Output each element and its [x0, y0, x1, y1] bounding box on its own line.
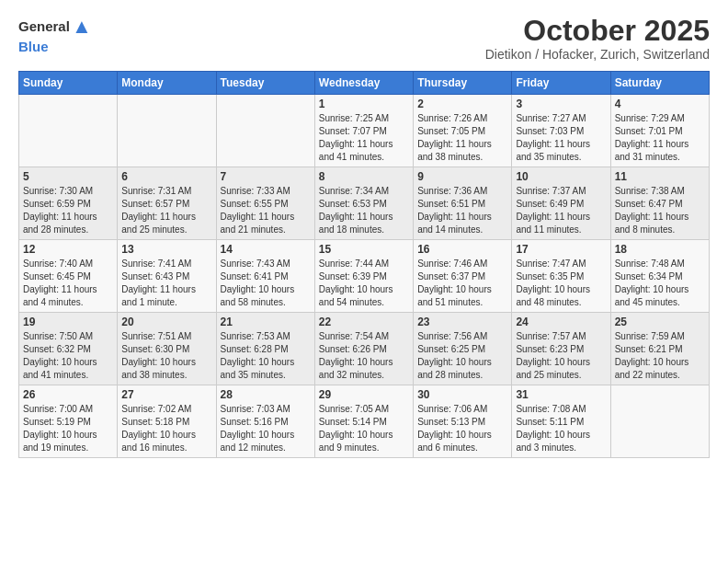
day-info: Sunrise: 7:51 AM Sunset: 6:30 PM Dayligh…: [121, 330, 211, 382]
header-row: SundayMondayTuesdayWednesdayThursdayFrid…: [19, 72, 710, 95]
day-info: Sunrise: 7:33 AM Sunset: 6:55 PM Dayligh…: [221, 185, 311, 236]
day-cell: [19, 95, 118, 167]
header: General ▲ Blue October 2025 Dietikon / H…: [18, 15, 710, 62]
day-cell: 16Sunrise: 7:46 AM Sunset: 6:37 PM Dayli…: [414, 240, 512, 313]
day-number: 8: [319, 170, 409, 183]
day-cell: 5Sunrise: 7:30 AM Sunset: 6:59 PM Daylig…: [19, 167, 118, 240]
day-info: Sunrise: 7:00 AM Sunset: 5:19 PM Dayligh…: [23, 403, 113, 454]
day-number: 16: [417, 243, 507, 256]
day-cell: 2Sunrise: 7:26 AM Sunset: 7:05 PM Daylig…: [414, 95, 512, 167]
day-info: Sunrise: 7:40 AM Sunset: 6:45 PM Dayligh…: [23, 258, 113, 309]
day-cell: 27Sunrise: 7:02 AM Sunset: 5:18 PM Dayli…: [118, 385, 216, 458]
day-number: 10: [516, 170, 606, 183]
day-number: 12: [23, 243, 113, 256]
header-cell-monday: Monday: [118, 72, 216, 95]
day-info: Sunrise: 7:29 AM Sunset: 7:01 PM Dayligh…: [615, 112, 705, 164]
day-cell: [118, 95, 216, 167]
day-cell: 17Sunrise: 7:47 AM Sunset: 6:35 PM Dayli…: [512, 240, 610, 313]
day-number: 3: [516, 98, 606, 110]
day-number: 5: [23, 170, 113, 183]
day-info: Sunrise: 7:59 AM Sunset: 6:21 PM Dayligh…: [615, 330, 705, 382]
month-title: October 2025: [485, 15, 710, 47]
day-number: 20: [121, 316, 211, 328]
day-number: 2: [417, 98, 507, 110]
day-cell: 13Sunrise: 7:41 AM Sunset: 6:43 PM Dayli…: [118, 240, 216, 313]
day-cell: 9Sunrise: 7:36 AM Sunset: 6:51 PM Daylig…: [414, 167, 512, 240]
week-row-3: 12Sunrise: 7:40 AM Sunset: 6:45 PM Dayli…: [19, 240, 710, 313]
day-cell: 4Sunrise: 7:29 AM Sunset: 7:01 PM Daylig…: [610, 95, 709, 167]
day-number: 14: [221, 243, 311, 256]
day-number: 24: [516, 316, 606, 328]
day-info: Sunrise: 7:08 AM Sunset: 5:11 PM Dayligh…: [516, 403, 606, 454]
day-cell: 24Sunrise: 7:57 AM Sunset: 6:23 PM Dayli…: [512, 313, 610, 385]
calendar-table: SundayMondayTuesdayWednesdayThursdayFrid…: [18, 71, 710, 458]
day-info: Sunrise: 7:41 AM Sunset: 6:43 PM Dayligh…: [121, 258, 211, 309]
day-number: 31: [516, 388, 606, 401]
day-number: 6: [121, 170, 211, 183]
day-cell: 25Sunrise: 7:59 AM Sunset: 6:21 PM Dayli…: [610, 313, 709, 385]
day-info: Sunrise: 7:38 AM Sunset: 6:47 PM Dayligh…: [615, 185, 705, 236]
day-info: Sunrise: 7:25 AM Sunset: 7:07 PM Dayligh…: [319, 112, 409, 164]
day-cell: 26Sunrise: 7:00 AM Sunset: 5:19 PM Dayli…: [19, 385, 118, 458]
header-cell-saturday: Saturday: [610, 72, 709, 95]
day-cell: [610, 385, 709, 458]
day-cell: 14Sunrise: 7:43 AM Sunset: 6:41 PM Dayli…: [216, 240, 314, 313]
day-number: 23: [417, 316, 507, 328]
day-info: Sunrise: 7:03 AM Sunset: 5:16 PM Dayligh…: [221, 403, 311, 454]
day-info: Sunrise: 7:02 AM Sunset: 5:18 PM Dayligh…: [121, 403, 211, 454]
day-cell: 8Sunrise: 7:34 AM Sunset: 6:53 PM Daylig…: [314, 167, 413, 240]
day-info: Sunrise: 7:36 AM Sunset: 6:51 PM Dayligh…: [417, 185, 507, 236]
day-cell: 15Sunrise: 7:44 AM Sunset: 6:39 PM Dayli…: [314, 240, 413, 313]
week-row-5: 26Sunrise: 7:00 AM Sunset: 5:19 PM Dayli…: [19, 385, 710, 458]
day-cell: 23Sunrise: 7:56 AM Sunset: 6:25 PM Dayli…: [414, 313, 512, 385]
subtitle: Dietikon / Hofacker, Zurich, Switzerland: [485, 47, 710, 62]
week-row-4: 19Sunrise: 7:50 AM Sunset: 6:32 PM Dayli…: [19, 313, 710, 385]
day-info: Sunrise: 7:06 AM Sunset: 5:13 PM Dayligh…: [417, 403, 507, 454]
day-cell: 20Sunrise: 7:51 AM Sunset: 6:30 PM Dayli…: [118, 313, 216, 385]
header-cell-friday: Friday: [512, 72, 610, 95]
day-info: Sunrise: 7:31 AM Sunset: 6:57 PM Dayligh…: [121, 185, 211, 236]
day-info: Sunrise: 7:26 AM Sunset: 7:05 PM Dayligh…: [417, 112, 507, 164]
day-cell: 11Sunrise: 7:38 AM Sunset: 6:47 PM Dayli…: [610, 167, 709, 240]
day-number: 21: [221, 316, 311, 328]
day-cell: [216, 95, 314, 167]
day-cell: 28Sunrise: 7:03 AM Sunset: 5:16 PM Dayli…: [216, 385, 314, 458]
header-cell-thursday: Thursday: [414, 72, 512, 95]
day-info: Sunrise: 7:47 AM Sunset: 6:35 PM Dayligh…: [516, 258, 606, 309]
day-info: Sunrise: 7:57 AM Sunset: 6:23 PM Dayligh…: [516, 330, 606, 382]
day-info: Sunrise: 7:27 AM Sunset: 7:03 PM Dayligh…: [516, 112, 606, 164]
day-cell: 18Sunrise: 7:48 AM Sunset: 6:34 PM Dayli…: [610, 240, 709, 313]
page: General ▲ Blue October 2025 Dietikon / H…: [0, 0, 728, 467]
day-number: 29: [319, 388, 409, 401]
logo: General ▲ Blue: [18, 15, 92, 55]
day-cell: 21Sunrise: 7:53 AM Sunset: 6:28 PM Dayli…: [216, 313, 314, 385]
day-number: 11: [615, 170, 705, 183]
day-info: Sunrise: 7:34 AM Sunset: 6:53 PM Dayligh…: [319, 185, 409, 236]
week-row-2: 5Sunrise: 7:30 AM Sunset: 6:59 PM Daylig…: [19, 167, 710, 240]
day-info: Sunrise: 7:46 AM Sunset: 6:37 PM Dayligh…: [417, 258, 507, 309]
day-info: Sunrise: 7:50 AM Sunset: 6:32 PM Dayligh…: [23, 330, 113, 382]
title-area: October 2025 Dietikon / Hofacker, Zurich…: [485, 15, 710, 62]
day-info: Sunrise: 7:53 AM Sunset: 6:28 PM Dayligh…: [221, 330, 311, 382]
day-number: 1: [319, 98, 409, 110]
day-number: 9: [417, 170, 507, 183]
week-row-1: 1Sunrise: 7:25 AM Sunset: 7:07 PM Daylig…: [19, 95, 710, 167]
day-info: Sunrise: 7:05 AM Sunset: 5:14 PM Dayligh…: [319, 403, 409, 454]
day-info: Sunrise: 7:37 AM Sunset: 6:49 PM Dayligh…: [516, 185, 606, 236]
day-number: 26: [23, 388, 113, 401]
day-info: Sunrise: 7:48 AM Sunset: 6:34 PM Dayligh…: [615, 258, 705, 309]
logo-blue: Blue: [18, 39, 49, 54]
day-number: 28: [221, 388, 311, 401]
day-number: 30: [417, 388, 507, 401]
day-info: Sunrise: 7:30 AM Sunset: 6:59 PM Dayligh…: [23, 185, 113, 236]
logo-general: General: [18, 18, 70, 35]
day-cell: 1Sunrise: 7:25 AM Sunset: 7:07 PM Daylig…: [314, 95, 413, 167]
day-info: Sunrise: 7:56 AM Sunset: 6:25 PM Dayligh…: [417, 330, 507, 382]
day-cell: 3Sunrise: 7:27 AM Sunset: 7:03 PM Daylig…: [512, 95, 610, 167]
day-cell: 6Sunrise: 7:31 AM Sunset: 6:57 PM Daylig…: [118, 167, 216, 240]
day-number: 27: [121, 388, 211, 401]
day-number: 22: [319, 316, 409, 328]
day-number: 7: [221, 170, 311, 183]
header-cell-wednesday: Wednesday: [314, 72, 413, 95]
day-cell: 31Sunrise: 7:08 AM Sunset: 5:11 PM Dayli…: [512, 385, 610, 458]
